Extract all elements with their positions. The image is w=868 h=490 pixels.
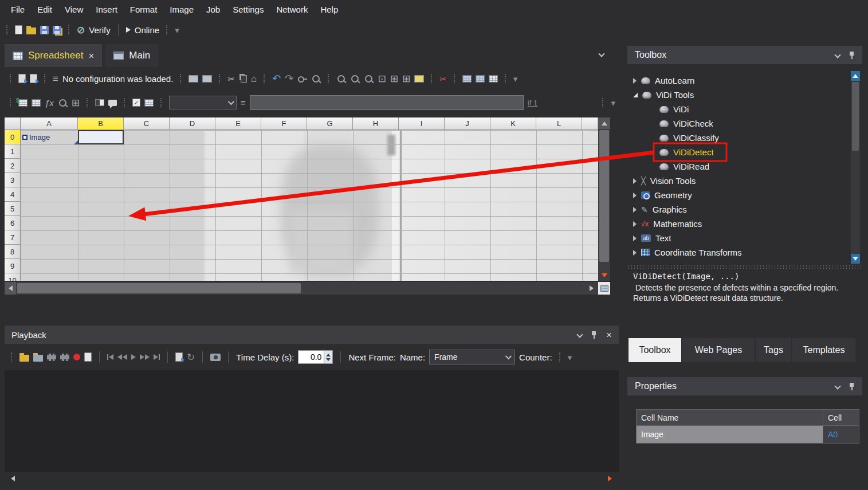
cell-state-icon[interactable] [144, 99, 154, 107]
playback-header[interactable]: Playback × [5, 326, 619, 344]
expand-collapsed-icon[interactable] [633, 193, 637, 198]
show-grid-icon[interactable] [489, 75, 498, 83]
row-header-1[interactable]: 1 [5, 144, 21, 159]
expand-grid-icon[interactable]: ⊞ [402, 74, 410, 84]
if-link[interactable]: if 1 [528, 99, 537, 107]
toolbar-grip[interactable] [6, 25, 8, 34]
row-header-3[interactable]: 3 [5, 173, 21, 187]
grid-corner[interactable] [5, 117, 21, 130]
online-button[interactable]: Online [135, 25, 159, 35]
scroll-up-button[interactable] [598, 117, 610, 129]
column-header-partial[interactable] [582, 117, 598, 130]
image-buffer-icon[interactable] [188, 75, 198, 83]
toolbar-grip[interactable] [454, 74, 455, 83]
pin-icon[interactable] [849, 51, 855, 60]
expand-collapsed-icon[interactable] [633, 178, 637, 184]
property-name-cell[interactable]: Image [637, 426, 823, 443]
previous-frame-button[interactable] [117, 354, 127, 360]
next-frame-button[interactable] [140, 354, 150, 360]
playback-scrollbar[interactable] [5, 472, 619, 485]
scroll-left-button[interactable] [5, 282, 16, 295]
column-header-K[interactable]: K [490, 117, 536, 130]
menu-job[interactable]: Job [200, 0, 226, 19]
scroll-up-button[interactable] [851, 71, 860, 81]
menu-settings[interactable]: Settings [226, 0, 270, 19]
tree-item-vision-tools[interactable]: ╳ Vision Tools [627, 174, 850, 188]
split-grid-button[interactable] [598, 282, 610, 295]
insert-function-table-icon[interactable] [32, 99, 41, 107]
row-header-2[interactable]: 2 [5, 159, 21, 173]
toolbar-overflow-icon[interactable]: ▾ [513, 75, 518, 83]
scroll-right-button[interactable] [604, 472, 615, 485]
tree-item-coordinate-transforms[interactable]: Coordinate Transforms [627, 245, 850, 260]
expand-collapsed-icon[interactable] [633, 78, 637, 84]
properties-header[interactable]: Properties [627, 377, 862, 395]
zoom-region-icon[interactable]: ⊡ [378, 74, 386, 84]
cut-icon[interactable]: ✂ [227, 75, 235, 83]
snippet-icon[interactable] [18, 99, 28, 107]
open-job-icon[interactable] [26, 28, 36, 34]
menu-format[interactable]: Format [124, 0, 164, 19]
frame-name-dropdown[interactable]: Frame [429, 350, 515, 364]
column-header-H[interactable]: H [353, 117, 399, 130]
undo-icon[interactable]: ↶ [272, 73, 281, 84]
tab-web-pages[interactable]: Web Pages [682, 338, 755, 362]
column-header-A[interactable]: A [21, 117, 78, 130]
column-header-F[interactable]: F [261, 117, 307, 130]
toolbar-grip[interactable] [10, 74, 11, 83]
grab-frame-icon[interactable] [175, 352, 183, 362]
column-header-E[interactable]: E [215, 117, 261, 130]
column-header-C[interactable]: C [124, 117, 170, 130]
export-cells-icon[interactable] [30, 74, 37, 83]
properties-data-row[interactable]: Image A0 [637, 426, 859, 443]
frame-source-icon[interactable] [60, 354, 69, 361]
toolbar-grip[interactable] [602, 98, 604, 107]
toolbox-scroll-thumb[interactable] [852, 82, 859, 151]
collapse-chevron-icon[interactable] [576, 331, 583, 338]
open-recording-icon[interactable] [19, 355, 29, 362]
expand-expanded-icon[interactable] [633, 93, 638, 97]
menu-network[interactable]: Network [270, 0, 314, 19]
configuration-list-icon[interactable]: ≡ [53, 74, 58, 84]
toolbar-overflow-icon[interactable]: ▾ [175, 26, 179, 34]
toolbar-grip[interactable] [124, 98, 125, 107]
scroll-down-button[interactable] [851, 254, 860, 264]
row-header-10[interactable]: 10 [5, 273, 21, 281]
toolbar-grip[interactable] [160, 98, 162, 107]
horizontal-scrollbar[interactable] [5, 282, 610, 295]
column-header-B[interactable]: B [78, 117, 124, 130]
toolbar-grip[interactable] [431, 74, 433, 83]
pin-icon[interactable] [591, 331, 597, 339]
tree-item-graphics[interactable]: ✎ Graphics [627, 202, 850, 217]
zoom-in-icon[interactable] [336, 74, 346, 84]
column-header-J[interactable]: J [445, 117, 490, 130]
toolbar-grip[interactable] [180, 74, 182, 83]
insert-table-icon[interactable] [462, 75, 472, 83]
record-icon[interactable] [73, 354, 80, 360]
expand-collapsed-icon[interactable] [633, 236, 637, 241]
menu-edit[interactable]: Edit [31, 0, 58, 19]
pin-icon[interactable] [849, 382, 855, 391]
tab-templates[interactable]: Templates [792, 338, 855, 362]
panel-splitter[interactable] [627, 265, 862, 269]
comment-icon[interactable] [108, 100, 117, 106]
tree-item-vidicheck[interactable]: ViDiCheck [627, 116, 850, 131]
maximize-grid-icon[interactable]: ⊞ [72, 98, 80, 108]
image-display-icon[interactable] [202, 75, 212, 83]
tree-item-vididetect[interactable]: ViDiDetect [627, 145, 850, 159]
column-header-G[interactable]: G [307, 117, 353, 130]
selected-cell-B0[interactable] [78, 130, 124, 144]
column-header-D[interactable]: D [170, 117, 215, 130]
row-header-8[interactable]: 8 [5, 245, 21, 259]
toolbar-grip[interactable] [68, 25, 70, 34]
horizontal-scroll-thumb[interactable] [17, 283, 301, 293]
toolbar-grip[interactable] [505, 74, 506, 83]
first-frame-button[interactable] [107, 354, 113, 360]
expand-collapsed-icon[interactable] [633, 221, 637, 227]
last-frame-button[interactable] [154, 354, 160, 360]
tab-main[interactable]: Main [105, 44, 158, 67]
time-delay-spinner[interactable] [324, 350, 333, 364]
formula-input[interactable] [250, 95, 524, 110]
toolbar-grip[interactable] [328, 74, 329, 83]
cell-area[interactable]: Image [21, 130, 598, 281]
